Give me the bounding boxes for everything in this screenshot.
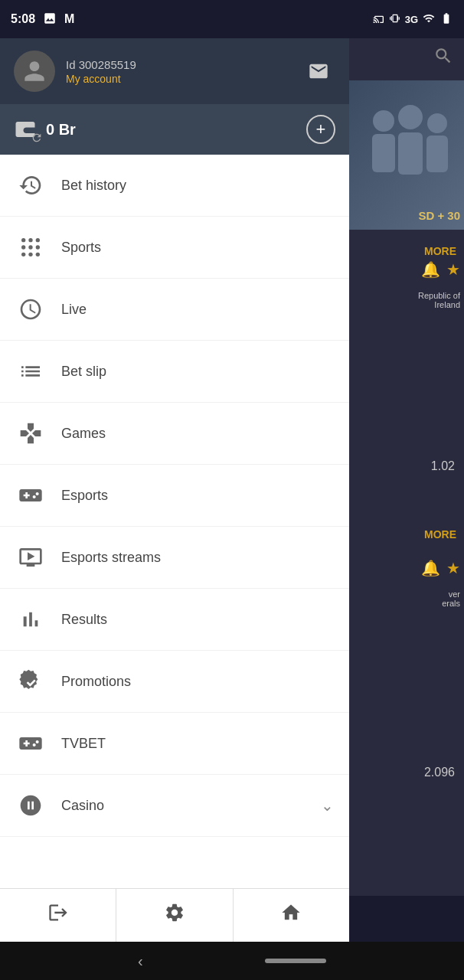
promo-text: SD + 30: [418, 209, 460, 222]
main-wrapper: Id 300285519 My account 0 Br +: [0, 38, 464, 896]
promo-banner: SD + 30: [349, 80, 464, 230]
right-panel: SD + 30 MORE 🔔 ★ Republic ofIreland 1.02…: [349, 38, 464, 896]
bell-icon-2[interactable]: 🔔: [421, 559, 440, 577]
back-button[interactable]: ‹: [138, 952, 143, 970]
user-id: Id 300285519: [66, 58, 136, 71]
tvbet-icon: [15, 728, 46, 759]
sidebar-item-casino[interactable]: Casino ⌄: [0, 775, 349, 837]
refresh-icon: [31, 132, 43, 144]
m-mail-icon: M: [64, 12, 74, 26]
live-label: Live: [61, 302, 87, 318]
cast-icon: [373, 12, 385, 27]
odds-value-2[interactable]: 2.096: [424, 766, 455, 779]
esports-icon: [15, 480, 46, 511]
avatar: [14, 51, 55, 92]
bet-slip-label: Bet slip: [61, 364, 106, 380]
nav-item-settings[interactable]: [116, 889, 233, 942]
svg-point-9: [373, 110, 394, 132]
search-icon[interactable]: [433, 46, 453, 70]
gear-icon: [164, 902, 185, 929]
bell-icon-1[interactable]: 🔔: [421, 260, 440, 279]
match-teams-2: vererals: [442, 590, 460, 608]
more-label-2[interactable]: MORE: [424, 528, 456, 541]
games-label: Games: [61, 426, 106, 442]
nav-item-home[interactable]: [234, 889, 349, 942]
games-icon: [15, 418, 46, 449]
sidebar-item-games[interactable]: Games: [0, 403, 349, 465]
sidebar: Id 300285519 My account 0 Br +: [0, 38, 349, 896]
casino-icon: [15, 790, 46, 821]
vibrate-icon: [390, 12, 400, 27]
sidebar-item-bet-history[interactable]: Bet history: [0, 155, 349, 217]
svg-rect-10: [372, 134, 395, 172]
svg-point-1: [28, 238, 32, 242]
status-left: 5:08 M: [11, 11, 74, 28]
bet-slip-icon: [15, 356, 46, 387]
battery-icon: [439, 12, 453, 27]
nav-items: Bet history Sports Live: [0, 155, 349, 896]
results-icon: [15, 604, 46, 635]
status-time: 5:08: [11, 12, 35, 26]
sidebar-item-promotions[interactable]: Promotions: [0, 651, 349, 713]
promo-people: [349, 80, 464, 230]
wallet-area: [14, 118, 37, 141]
status-right: 3G: [373, 12, 453, 27]
svg-point-5: [36, 245, 40, 249]
sidebar-item-results[interactable]: Results: [0, 589, 349, 651]
android-nav-bar: ‹: [0, 942, 464, 980]
svg-point-2: [36, 238, 40, 242]
promotions-label: Promotions: [61, 674, 131, 690]
bet-history-icon: [15, 170, 46, 201]
svg-point-0: [21, 238, 25, 242]
esports-streams-icon: [15, 542, 46, 573]
balance-left: 0 Br: [14, 118, 76, 141]
svg-rect-12: [398, 132, 423, 175]
sidebar-item-live[interactable]: Live: [0, 279, 349, 341]
sports-icon: [15, 232, 46, 263]
esports-label: Esports: [61, 488, 108, 504]
results-label: Results: [61, 612, 107, 628]
match-actions-row-1: 🔔 ★: [421, 260, 460, 279]
add-funds-button[interactable]: +: [306, 115, 335, 144]
user-account-label[interactable]: My account: [66, 73, 136, 85]
svg-point-8: [36, 253, 40, 256]
home-icon: [280, 902, 302, 929]
user-info: Id 300285519 My account: [14, 51, 136, 92]
balance-amount: 0 Br: [46, 121, 76, 139]
casino-nav-left: Casino: [15, 790, 104, 821]
signal-icon: [423, 12, 435, 27]
sidebar-header: Id 300285519 My account: [0, 38, 349, 104]
exit-icon: [47, 902, 69, 929]
bottom-nav: [0, 888, 349, 942]
more-label-1[interactable]: MORE: [424, 245, 456, 257]
svg-rect-14: [426, 136, 448, 172]
bet-history-label: Bet history: [61, 178, 126, 194]
star-icon-2[interactable]: ★: [446, 559, 460, 577]
home-indicator[interactable]: [265, 959, 326, 963]
svg-point-13: [427, 113, 447, 133]
sidebar-item-tvbet[interactable]: TVBET: [0, 713, 349, 775]
odds-value-1[interactable]: 1.02: [431, 459, 455, 473]
chevron-down-icon: ⌄: [321, 796, 334, 815]
nav-item-logout[interactable]: [0, 889, 116, 942]
user-details: Id 300285519 My account: [66, 58, 136, 85]
esports-streams-label: Esports streams: [61, 550, 161, 566]
svg-point-3: [21, 245, 25, 249]
promotions-icon: [15, 666, 46, 697]
sidebar-item-esports-streams[interactable]: Esports streams: [0, 527, 349, 589]
sports-label: Sports: [61, 240, 101, 256]
svg-point-7: [28, 253, 32, 256]
live-icon: [15, 294, 46, 325]
tvbet-label: TVBET: [61, 736, 106, 752]
svg-point-6: [21, 253, 25, 256]
mail-button[interactable]: [302, 54, 335, 88]
casino-label: Casino: [61, 798, 104, 814]
sidebar-item-esports[interactable]: Esports: [0, 465, 349, 527]
match-actions-row-2: 🔔 ★: [421, 559, 460, 577]
status-bar: 5:08 M 3G: [0, 0, 464, 38]
balance-bar: 0 Br +: [0, 104, 349, 155]
photo-icon: [43, 11, 57, 28]
sidebar-item-sports[interactable]: Sports: [0, 217, 349, 279]
sidebar-item-bet-slip[interactable]: Bet slip: [0, 341, 349, 403]
star-icon-1[interactable]: ★: [446, 260, 460, 279]
